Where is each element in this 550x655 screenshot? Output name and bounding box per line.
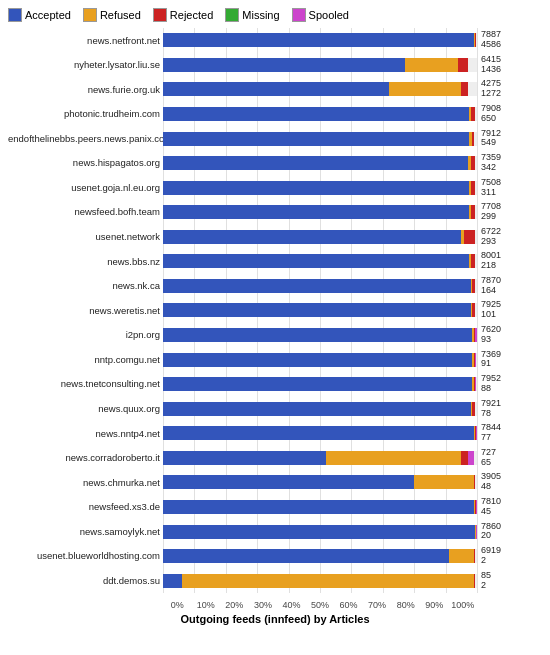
y-label-19: newsfeed.xs3.de bbox=[8, 502, 160, 512]
bar-segment-accepted bbox=[163, 205, 469, 219]
bar-values-17: 72765 bbox=[481, 448, 541, 468]
legend-item-missing: Missing bbox=[225, 8, 279, 22]
y-label-11: news.weretis.net bbox=[8, 306, 160, 316]
bar-track-6 bbox=[163, 181, 477, 195]
bar-row-10: 7870164 bbox=[163, 275, 477, 297]
bar-segment-accepted bbox=[163, 132, 469, 146]
bar-track-21 bbox=[163, 549, 477, 563]
y-label-9: news.bbs.nz bbox=[8, 257, 160, 267]
bar-segment-accepted bbox=[163, 82, 389, 96]
bar-values-19: 781045 bbox=[481, 497, 541, 517]
y-label-13: nntp.comgu.net bbox=[8, 355, 160, 365]
bar-track-15 bbox=[163, 402, 477, 416]
bar-track-18 bbox=[163, 475, 477, 489]
bar-segment-accepted bbox=[163, 402, 471, 416]
bar-row-3: 7908650 bbox=[163, 103, 477, 125]
x-label: 90% bbox=[420, 600, 449, 610]
bar-track-16 bbox=[163, 426, 477, 440]
legend-label: Refused bbox=[100, 9, 141, 21]
bar-segment-rejected bbox=[472, 132, 474, 146]
y-label-3: photonic.trudheim.com bbox=[8, 109, 160, 119]
bar-track-8 bbox=[163, 230, 477, 244]
bar-values-2: 42751272 bbox=[481, 79, 541, 99]
y-labels: news.netfront.netnyheter.lysator.liu.sen… bbox=[8, 28, 163, 593]
x-label: 0% bbox=[163, 600, 192, 610]
bar-track-0 bbox=[163, 33, 477, 47]
bar-segment-rejected bbox=[471, 107, 476, 121]
y-label-21: usenet.blueworldhosting.com bbox=[8, 551, 160, 561]
bar-row-13: 736991 bbox=[163, 349, 477, 371]
bar-segment-refused bbox=[326, 451, 461, 465]
y-label-15: news.quux.org bbox=[8, 404, 160, 414]
bar-row-6: 7508311 bbox=[163, 177, 477, 199]
y-label-16: news.nntp4.net bbox=[8, 429, 160, 439]
legend-color bbox=[8, 8, 22, 22]
bar-row-15: 792178 bbox=[163, 398, 477, 420]
bar-segment-spooled bbox=[475, 328, 477, 342]
y-label-4: endofthelinebbs.peers.news.panix.com bbox=[8, 134, 160, 144]
bar-values-13: 736991 bbox=[481, 350, 541, 370]
bar-values-22: 852 bbox=[481, 571, 541, 591]
legend-label: Spooled bbox=[309, 9, 349, 21]
bar-values-11: 7925101 bbox=[481, 300, 541, 320]
bar-segment-accepted bbox=[163, 525, 475, 539]
bar-segment-accepted bbox=[163, 107, 469, 121]
bar-track-4 bbox=[163, 132, 477, 146]
bar-row-12: 762093 bbox=[163, 324, 477, 346]
x-label: 10% bbox=[192, 600, 221, 610]
bar-values-10: 7870164 bbox=[481, 276, 541, 296]
y-label-14: news.tnetconsulting.net bbox=[8, 379, 160, 389]
bar-track-11 bbox=[163, 303, 477, 317]
x-label: 20% bbox=[220, 600, 249, 610]
bar-segment-rejected bbox=[474, 574, 476, 588]
legend-label: Accepted bbox=[25, 9, 71, 21]
y-label-10: news.nk.ca bbox=[8, 281, 160, 291]
bar-row-9: 8001218 bbox=[163, 250, 477, 272]
bar-row-4: 7912549 bbox=[163, 128, 477, 150]
bar-track-14 bbox=[163, 377, 477, 391]
bar-segment-rejected bbox=[461, 82, 467, 96]
bar-row-0: 78874586 bbox=[163, 29, 477, 51]
bar-segment-refused bbox=[405, 58, 458, 72]
x-label: 30% bbox=[249, 600, 278, 610]
bar-segment-spooled bbox=[476, 426, 477, 440]
y-label-22: ddt.demos.su bbox=[8, 576, 160, 586]
bar-values-8: 6722293 bbox=[481, 227, 541, 247]
bar-track-22 bbox=[163, 574, 477, 588]
bar-track-1 bbox=[163, 58, 477, 72]
bar-segment-accepted bbox=[163, 156, 468, 170]
bar-track-20 bbox=[163, 525, 477, 539]
bar-segment-rejected bbox=[474, 475, 476, 489]
bar-row-8: 6722293 bbox=[163, 226, 477, 248]
bar-segment-accepted bbox=[163, 500, 474, 514]
y-label-18: news.chmurka.net bbox=[8, 478, 160, 488]
bar-track-12 bbox=[163, 328, 477, 342]
x-label: 50% bbox=[306, 600, 335, 610]
x-label: 60% bbox=[334, 600, 363, 610]
y-label-7: newsfeed.bofh.team bbox=[8, 207, 160, 217]
bar-track-7 bbox=[163, 205, 477, 219]
bar-segment-spooled bbox=[476, 500, 477, 514]
legend-color bbox=[225, 8, 239, 22]
bar-track-10 bbox=[163, 279, 477, 293]
bar-segment-rejected bbox=[471, 156, 476, 170]
bar-track-17 bbox=[163, 451, 477, 465]
x-axis-labels: 0%10%20%30%40%50%60%70%80%90%100% bbox=[163, 600, 477, 610]
legend-color bbox=[292, 8, 306, 22]
legend-item-rejected: Rejected bbox=[153, 8, 213, 22]
bar-segment-accepted bbox=[163, 58, 405, 72]
bar-segment-accepted bbox=[163, 279, 471, 293]
bar-segment-rejected bbox=[471, 254, 476, 268]
legend-item-spooled: Spooled bbox=[292, 8, 349, 22]
y-label-12: i2pn.org bbox=[8, 330, 160, 340]
legend: AcceptedRefusedRejectedMissingSpooled bbox=[8, 8, 542, 22]
bar-values-15: 792178 bbox=[481, 399, 541, 419]
bar-values-16: 784477 bbox=[481, 423, 541, 443]
y-label-8: usenet.network bbox=[8, 232, 160, 242]
bar-values-7: 7708299 bbox=[481, 202, 541, 222]
chart-title: Outgoing feeds (innfeed) by Articles bbox=[8, 613, 542, 625]
chart-area: news.netfront.netnyheter.lysator.liu.sen… bbox=[8, 28, 542, 598]
bar-row-19: 781045 bbox=[163, 496, 477, 518]
bar-row-1: 64151436 bbox=[163, 54, 477, 76]
bars-wrapper: 7887458664151436427512727908650791254973… bbox=[163, 28, 477, 593]
